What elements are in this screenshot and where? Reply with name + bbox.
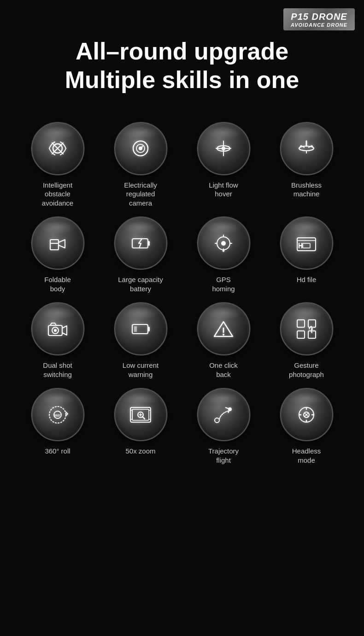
svg-rect-14 [303,243,310,248]
feature-label-low-current: Low current warning [123,361,159,379]
feature-item-electrically-regulated: Electrically regulated camera [101,122,180,208]
svg-point-12 [221,241,226,246]
feature-label-obstacle-avoidance: Intelligent obstacle avoidance [42,181,73,208]
svg-rect-23 [308,320,316,327]
feature-item-gesture-photo: Gesture photograph [267,302,346,379]
brand-title: P15 DRONE [291,11,347,22]
feature-label-large-battery: Large capacity battery [118,275,163,293]
feature-label-360-roll: 360° roll [45,447,70,456]
feature-label-trajectory-flight: Trajectory flight [208,447,239,465]
feature-label-50x-zoom: 50x zoom [125,447,155,456]
svg-point-17 [54,329,57,332]
headline-line1: All–round upgrade [76,38,288,65]
feature-label-headless-mode: Headless mode [292,447,321,465]
svg-rect-24 [297,331,305,338]
feature-item-low-current: Low current warning [101,302,180,379]
feature-label-light-flow-hover: Light flow hover [209,181,238,199]
feature-icon-electrically-regulated [114,122,167,175]
svg-rect-20 [134,326,137,332]
feature-icon-obstacle-avoidance [31,122,84,175]
feature-icon-large-battery [114,217,167,270]
feature-icon-gesture-photo [280,302,333,355]
svg-point-33 [215,418,219,423]
feature-item-headless-mode: Headless mode [267,388,346,465]
svg-rect-8 [50,240,59,250]
feature-item-50x-zoom: 50x zoom [101,388,180,465]
feature-item-light-flow-hover: Light flow hover [184,122,263,208]
feature-icon-brushless [280,122,333,175]
feature-icon-dual-shot [31,302,84,355]
svg-rect-19 [148,327,150,331]
feature-label-foldable-body: Foldable body [44,275,71,293]
svg-point-26 [311,328,313,330]
headline-line2: Multiple skills in one [65,66,299,93]
feature-item-large-battery: Large capacity battery [101,217,180,293]
svg-point-4 [141,146,143,147]
brand-subtitle: AVOIDANCE DRONE [291,22,347,28]
feature-item-gps-homing: GPS homing [184,217,263,293]
svg-point-6 [222,147,225,150]
svg-rect-10 [148,241,150,246]
feature-icon-trajectory-flight [197,388,250,441]
feature-icon-headless-mode [280,388,333,441]
feature-icon-foldable-body [31,217,84,270]
feature-label-hd-file: Hd file [297,275,317,284]
feature-icon-360-roll: 360° [31,388,84,441]
feature-item-hd-file: Hd file [267,217,346,293]
feature-icon-light-flow-hover [197,122,250,175]
svg-rect-13 [297,238,316,251]
feature-label-one-click-back: One click back [209,361,238,379]
feature-label-gps-homing: GPS homing [212,275,235,293]
svg-rect-22 [297,320,305,327]
features-grid: Intelligent obstacle avoidance Electrica… [0,113,364,483]
svg-text:360°: 360° [54,413,62,418]
feature-label-gesture-photo: Gesture photograph [289,361,324,379]
feature-item-obstacle-avoidance: Intelligent obstacle avoidance [18,122,97,208]
feature-icon-50x-zoom [114,388,167,441]
feature-icon-hd-file [280,217,333,270]
feature-icon-low-current [114,302,167,355]
feature-item-one-click-back: One click back [184,302,263,379]
feature-icon-gps-homing [197,217,250,270]
feature-label-dual-shot: Dual shot switching [43,361,72,379]
feature-icon-one-click-back [197,302,250,355]
feature-item-foldable-body: Foldable body [18,217,97,293]
feature-label-electrically-regulated: Electrically regulated camera [124,181,157,208]
feature-item-dual-shot: Dual shot switching [18,302,97,379]
feature-item-brushless: Brushless machine [267,122,346,208]
svg-point-21 [223,334,224,336]
feature-item-trajectory-flight: Trajectory flight [184,388,263,465]
feature-label-brushless: Brushless machine [291,181,322,199]
feature-item-360-roll: 360° 360° roll [18,388,97,465]
brand-badge: P15 DRONE AVOIDANCE DRONE [283,8,355,30]
